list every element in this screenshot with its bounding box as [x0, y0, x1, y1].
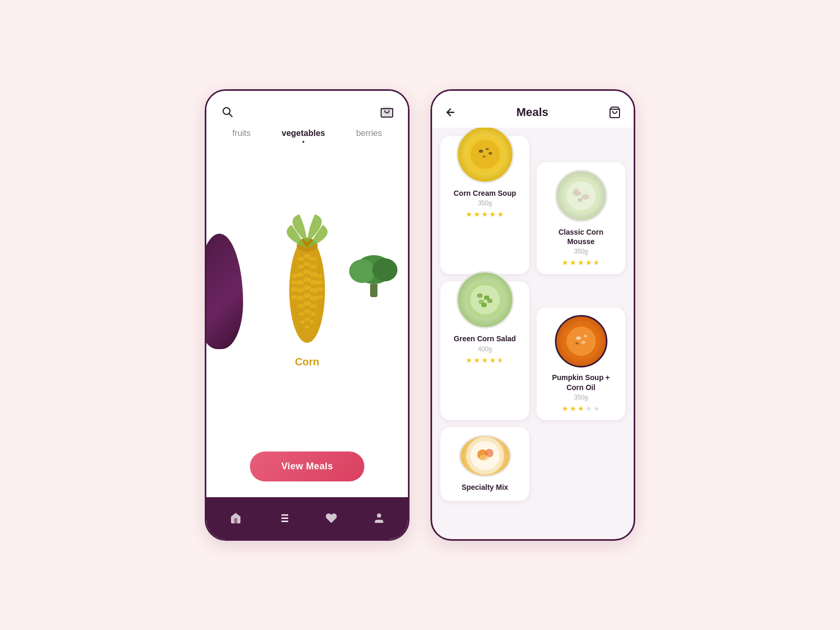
right-phone: Meals Corn Cream Soup — [430, 89, 635, 541]
cart-button[interactable] — [381, 106, 393, 118]
meal-stars-1: ★ ★ ★ ★ ★ ★ — [562, 258, 600, 267]
meal-image-corn-cream-soup — [456, 128, 514, 183]
svg-point-27 — [297, 296, 304, 301]
nav-home[interactable] — [225, 508, 246, 529]
svg-point-79 — [575, 342, 579, 344]
svg-point-65 — [578, 198, 583, 202]
svg-point-21 — [310, 288, 318, 293]
svg-rect-69 — [477, 293, 482, 298]
corn-featured: Corn — [278, 214, 336, 368]
meal-image-specialty-mix — [459, 435, 511, 477]
meal-card-green-corn-salad[interactable]: Green Corn Salad 400g ★ ★ ★ ★ ★ ★ — [440, 281, 529, 419]
meal-card-specialty-mix[interactable]: Specialty Mix — [440, 427, 529, 501]
tab-fruits[interactable]: fruits — [233, 129, 251, 141]
svg-point-66 — [573, 188, 579, 193]
broccoli-decoration — [355, 255, 392, 297]
meal-name-0: Corn Cream Soup — [454, 188, 516, 198]
svg-rect-73 — [481, 303, 487, 307]
svg-point-77 — [583, 335, 587, 338]
meal-stars-3: ★ ★ ★ ★ ★ — [562, 404, 600, 413]
meal-stars-0: ★ ★ ★ ★ ★ — [466, 210, 504, 218]
svg-point-11 — [310, 272, 318, 277]
svg-point-22 — [297, 288, 304, 293]
left-header — [206, 91, 408, 124]
meal-card-pumpkin-soup[interactable]: Pumpkin Soup + Corn Oil 350g ★ ★ ★ ★ ★ — [537, 308, 625, 419]
svg-point-60 — [482, 155, 486, 158]
grid-spacer — [537, 427, 625, 501]
svg-line-1 — [229, 114, 233, 117]
view-meals-button[interactable]: View Meals — [250, 452, 365, 481]
svg-point-34 — [310, 312, 316, 316]
right-header: Meals — [432, 91, 634, 128]
svg-point-53 — [377, 513, 381, 518]
eggplant-decoration — [206, 234, 243, 349]
svg-point-57 — [479, 150, 483, 153]
nav-profile[interactable] — [369, 508, 390, 529]
svg-point-29 — [291, 295, 297, 299]
meal-name-4: Specialty Mix — [461, 482, 508, 492]
category-tabs: fruits vegetables berries — [206, 124, 408, 141]
svg-point-68 — [470, 285, 500, 314]
svg-point-16 — [310, 280, 318, 285]
meal-card-classic-corn-mousse[interactable]: Classic Corn Mousse 350g ★ ★ ★ ★ ★ ★ — [537, 162, 625, 274]
meal-card-corn-cream-soup[interactable]: Corn Cream Soup 350g ★ ★ ★ ★ ★ — [440, 136, 529, 274]
svg-point-59 — [488, 152, 492, 155]
tab-berries[interactable]: berries — [356, 129, 382, 141]
meal-weight-3: 350g — [574, 394, 588, 401]
svg-point-78 — [581, 341, 585, 344]
meals-grid: Corn Cream Soup 350g ★ ★ ★ ★ ★ — [432, 128, 634, 539]
veggie-scene: Corn — [206, 141, 408, 441]
svg-point-17 — [297, 280, 304, 285]
meal-weight-1: 350g — [574, 248, 588, 255]
search-button[interactable] — [221, 106, 234, 118]
meal-stars-2: ★ ★ ★ ★ ★ ★ — [466, 356, 504, 364]
tab-vegetables[interactable]: vegetables — [282, 129, 326, 141]
svg-point-35 — [299, 312, 304, 316]
page-title: Meals — [516, 106, 548, 119]
svg-point-56 — [470, 140, 500, 169]
svg-point-23 — [317, 287, 323, 291]
svg-point-12 — [297, 272, 304, 277]
meal-image-classic-corn-mousse — [555, 170, 607, 222]
svg-point-58 — [486, 148, 489, 150]
corn-image — [278, 214, 336, 351]
svg-point-26 — [310, 296, 318, 301]
meal-name-1: Classic Corn Mousse — [544, 227, 618, 246]
bottom-navigation — [206, 497, 408, 539]
svg-point-64 — [582, 194, 589, 200]
meal-weight-0: 350g — [478, 200, 492, 207]
left-phone-body: fruits vegetables berries — [206, 91, 408, 497]
svg-point-75 — [566, 327, 596, 356]
meal-image-pumpkin-soup — [555, 315, 607, 368]
svg-point-28 — [318, 295, 323, 299]
meal-name-3: Pumpkin Soup + Corn Oil — [544, 373, 618, 392]
meal-weight-2: 400g — [478, 345, 492, 353]
meal-name-2: Green Corn Salad — [454, 334, 516, 343]
back-button[interactable] — [445, 107, 456, 118]
svg-point-84 — [479, 455, 489, 461]
left-phone: fruits vegetables berries — [205, 89, 410, 541]
cart-button-right[interactable] — [608, 106, 621, 119]
svg-point-76 — [576, 337, 581, 340]
featured-item-name: Corn — [295, 356, 320, 368]
nav-list[interactable] — [273, 508, 294, 529]
meal-image-green-corn-salad — [456, 271, 514, 329]
nav-favorites[interactable] — [321, 508, 342, 529]
svg-rect-72 — [487, 299, 492, 303]
svg-point-62 — [566, 181, 596, 211]
svg-point-24 — [291, 287, 297, 291]
